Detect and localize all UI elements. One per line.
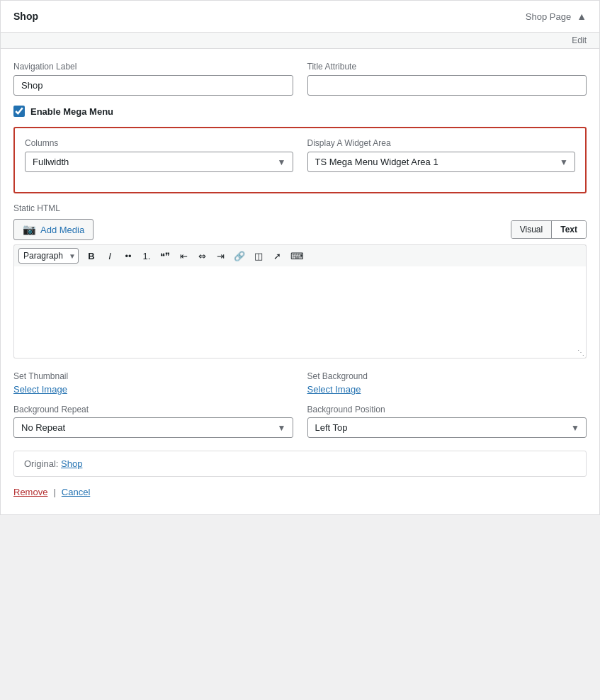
editor-content-area[interactable]: ⋱ (13, 266, 587, 359)
collapse-icon[interactable]: ▲ (577, 11, 587, 22)
italic-button[interactable]: I (101, 249, 118, 264)
align-left-button[interactable]: ⇤ (175, 249, 192, 264)
bg-position-group: Background Position Left Top Left Center… (307, 405, 587, 438)
main-panel: Navigation Label Title Attribute Enable … (0, 49, 600, 515)
keyboard-button[interactable]: ⌨ (287, 249, 307, 264)
page-container: Shop Shop Page ▲ Edit Navigation Label T… (0, 0, 600, 515)
nav-label-input[interactable] (13, 75, 293, 96)
edit-label: Edit (572, 35, 587, 45)
bg-repeat-select[interactable]: No Repeat Repeat Repeat X Repeat Y (13, 417, 293, 438)
columns-label: Columns (25, 138, 293, 148)
editor-format-bar: Paragraph Heading 1 Heading 2 Heading 3 … (13, 244, 587, 266)
paragraph-select[interactable]: Paragraph Heading 1 Heading 2 Heading 3 (18, 248, 79, 264)
blockquote-button[interactable]: ❝❞ (157, 249, 174, 264)
align-right-button[interactable]: ⇥ (212, 249, 229, 264)
static-html-label: Static HTML (13, 203, 587, 213)
mega-menu-label: Enable Mega Menu (30, 106, 113, 117)
columns-select[interactable]: Fullwidth 1 Column 2 Columns 3 Columns 4… (25, 152, 293, 172)
pipe-separator: | (53, 487, 55, 497)
widget-area-label: Display A Widget Area (307, 138, 576, 148)
bg-repeat-select-wrapper: No Repeat Repeat Repeat X Repeat Y ▼ (13, 417, 293, 438)
mega-menu-checkbox[interactable] (13, 106, 25, 117)
bg-position-select[interactable]: Left Top Left Center Left Bottom Center … (307, 417, 587, 438)
edit-bar: Edit (0, 33, 600, 49)
table-button[interactable]: ◫ (250, 249, 267, 264)
paragraph-select-wrapper: Paragraph Heading 1 Heading 2 Heading 3 … (18, 248, 79, 264)
image-section: Set Thumbnail Select Image Set Backgroun… (13, 371, 587, 395)
original-label: Original: (24, 458, 58, 469)
action-links: Remove | Cancel (13, 487, 587, 497)
thumbnail-group: Set Thumbnail Select Image (13, 371, 293, 395)
add-media-button[interactable]: 📷 Add Media (13, 219, 94, 240)
link-button[interactable]: 🔗 (230, 249, 249, 264)
editor-toolbar-top: 📷 Add Media Visual Text (13, 219, 587, 240)
thumbnail-select-image-link[interactable]: Select Image (13, 384, 67, 395)
thumbnail-label: Set Thumbnail (13, 371, 293, 381)
shop-page-label: Shop Page (526, 11, 571, 22)
fullscreen-button[interactable]: ➚ (268, 249, 285, 264)
background-group: Set Background Select Image (307, 371, 587, 395)
bg-position-label: Background Position (307, 405, 587, 414)
nav-label-label: Navigation Label (13, 62, 293, 72)
shop-header: Shop Shop Page ▲ (0, 0, 600, 33)
align-center-button[interactable]: ⇔ (193, 249, 210, 264)
original-row: Original: Shop (13, 451, 587, 477)
unordered-list-button[interactable]: •• (120, 249, 137, 264)
widget-area-group: Display A Widget Area TS Mega Menu Widge… (307, 138, 576, 172)
background-select-image-link[interactable]: Select Image (307, 384, 361, 395)
nav-label-group: Navigation Label (13, 62, 293, 96)
ordered-list-button[interactable]: 1. (138, 249, 155, 264)
shop-header-right: Shop Page ▲ (526, 11, 587, 22)
bg-repeat-label: Background Repeat (13, 405, 293, 414)
visual-text-toggle: Visual Text (511, 220, 587, 239)
remove-link[interactable]: Remove (13, 487, 47, 497)
title-attr-group: Title Attribute (307, 62, 587, 96)
add-media-icon: 📷 (23, 223, 36, 236)
mega-menu-box: Columns Fullwidth 1 Column 2 Columns 3 C… (13, 127, 587, 193)
bg-settings-row: Background Repeat No Repeat Repeat Repea… (13, 405, 587, 438)
columns-select-wrapper: Fullwidth 1 Column 2 Columns 3 Columns 4… (25, 152, 293, 172)
shop-title: Shop (13, 11, 38, 22)
bg-position-select-wrapper: Left Top Left Center Left Bottom Center … (307, 417, 587, 438)
columns-widget-row: Columns Fullwidth 1 Column 2 Columns 3 C… (25, 138, 575, 172)
text-button[interactable]: Text (552, 221, 586, 238)
nav-title-row: Navigation Label Title Attribute (13, 62, 587, 96)
cancel-link[interactable]: Cancel (62, 487, 90, 497)
add-media-label: Add Media (40, 225, 84, 235)
editor-resize-handle[interactable]: ⋱ (577, 349, 584, 356)
title-attr-label: Title Attribute (307, 62, 587, 72)
background-label: Set Background (307, 371, 587, 381)
mega-menu-checkbox-row: Enable Mega Menu (13, 106, 587, 117)
visual-button[interactable]: Visual (511, 221, 552, 238)
widget-area-select-wrapper: TS Mega Menu Widget Area 1 TS Mega Menu … (307, 152, 576, 172)
title-attr-input[interactable] (307, 75, 587, 96)
widget-area-select[interactable]: TS Mega Menu Widget Area 1 TS Mega Menu … (307, 152, 576, 172)
bold-button[interactable]: B (83, 249, 100, 264)
columns-group: Columns Fullwidth 1 Column 2 Columns 3 C… (25, 138, 293, 172)
original-link[interactable]: Shop (61, 458, 82, 469)
bg-repeat-group: Background Repeat No Repeat Repeat Repea… (13, 405, 293, 438)
